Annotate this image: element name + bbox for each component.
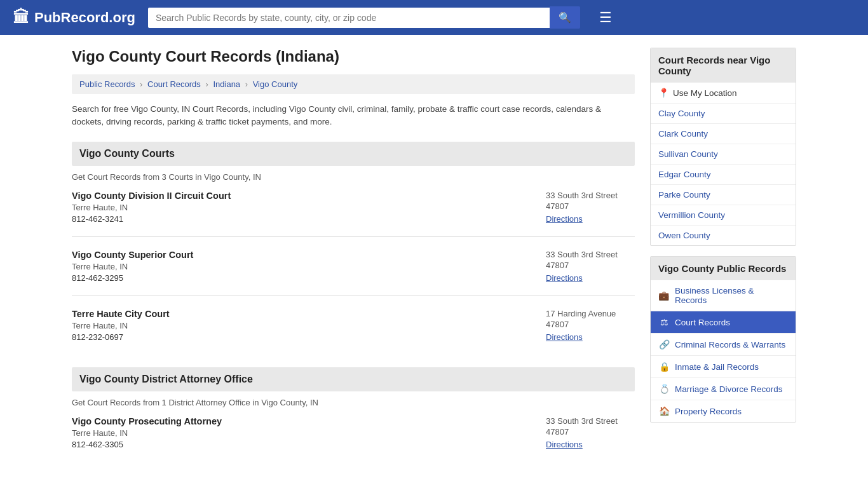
court-address: 33 South 3rd Street (546, 250, 635, 259)
directions-link[interactable]: Directions (546, 273, 583, 283)
nearby-county-link[interactable]: Owen County (651, 226, 796, 245)
courts-section-header: Vigo County Courts (72, 142, 635, 166)
pub-rec-label: Criminal Records & Warrants (675, 340, 785, 349)
courts-section-desc: Get Court Records from 3 Courts in Vigo … (72, 172, 635, 182)
logo-text: PubRecord.org (34, 10, 135, 26)
court-city: Terre Haute, IN (72, 262, 533, 271)
public-records-title: Vigo County Public Records (651, 257, 796, 280)
court-entry: Vigo County Superior Court Terre Haute, … (72, 250, 635, 296)
breadcrumb-sep-3: › (245, 79, 248, 89)
pub-rec-icon: 🏠 (658, 406, 670, 416)
court-address: 33 South 3rd Street (546, 191, 635, 200)
page-description: Search for free Vigo County, IN Court Re… (72, 103, 635, 129)
menu-icon: ☰ (599, 10, 612, 25)
court-right: 33 South 3rd Street 47807 Directions (533, 250, 635, 283)
pub-rec-item[interactable]: 🔗Criminal Records & Warrants (651, 334, 796, 356)
nearby-county-link[interactable]: Sullivan County (651, 144, 796, 165)
courts-list: Vigo County Division II Circuit Court Te… (72, 191, 635, 355)
page-title: Vigo County Court Records (Indiana) (72, 48, 635, 65)
nearby-county-link[interactable]: Clark County (651, 124, 796, 144)
court-left: Vigo County Division II Circuit Court Te… (72, 191, 533, 224)
court-name: Vigo County Prosecuting Attorney (72, 416, 533, 426)
court-name: Vigo County Superior Court (72, 250, 533, 260)
pub-rec-item[interactable]: 💍Marriage & Divorce Records (651, 378, 796, 400)
da-section-desc: Get Court Records from 1 District Attorn… (72, 398, 635, 407)
court-name: Vigo County Division II Circuit Court (72, 191, 533, 201)
court-phone: 812-462-3241 (72, 214, 533, 224)
header: 🏛 PubRecord.org 🔍 ☰ (0, 0, 868, 35)
court-address: 17 Harding Avenue (546, 309, 635, 318)
location-icon: 📍 (658, 88, 669, 98)
court-phone: 812-232-0697 (72, 332, 533, 342)
court-entry: Vigo County Division II Circuit Court Te… (72, 191, 635, 237)
court-right: 17 Harding Avenue 47807 Directions (533, 309, 635, 342)
pub-rec-item[interactable]: ⚖Court Records (651, 311, 796, 334)
pub-rec-icon: ⚖ (658, 317, 670, 327)
pub-rec-label: Property Records (675, 407, 742, 416)
sidebar: Court Records near Vigo County 📍 Use My … (650, 48, 796, 475)
nearby-counties-list: Clay CountyClark CountySullivan CountyEd… (651, 104, 796, 245)
court-address: 33 South 3rd Street (546, 416, 635, 426)
directions-link[interactable]: Directions (546, 214, 583, 224)
court-left: Terre Haute City Court Terre Haute, IN 8… (72, 309, 533, 342)
search-area: 🔍 (148, 6, 580, 29)
court-city: Terre Haute, IN (72, 321, 533, 330)
court-entry: Vigo County Prosecuting Attorney Terre H… (72, 416, 635, 462)
logo[interactable]: 🏛 PubRecord.org (13, 8, 135, 27)
pub-rec-label: Marriage & Divorce Records (675, 384, 783, 394)
directions-link[interactable]: Directions (546, 440, 583, 449)
directions-link[interactable]: Directions (546, 332, 583, 342)
pub-rec-icon: 💍 (658, 384, 670, 394)
pub-rec-label: Court Records (675, 318, 730, 327)
court-zip: 47807 (546, 427, 635, 437)
use-location-label: Use My Location (673, 88, 737, 98)
pub-rec-item[interactable]: 💼Business Licenses & Records (651, 280, 796, 311)
search-icon: 🔍 (559, 12, 571, 23)
nearby-title: Court Records near Vigo County (651, 48, 796, 83)
pub-rec-item[interactable]: 🏠Property Records (651, 400, 796, 422)
main-content: Vigo County Court Records (Indiana) Publ… (72, 48, 635, 475)
pub-rec-icon: 🔒 (658, 362, 670, 372)
court-city: Terre Haute, IN (72, 428, 533, 438)
court-left: Vigo County Superior Court Terre Haute, … (72, 250, 533, 283)
use-location-link[interactable]: 📍 Use My Location (651, 83, 796, 104)
search-button[interactable]: 🔍 (550, 6, 580, 29)
breadcrumb-indiana[interactable]: Indiana (213, 79, 240, 89)
court-phone: 812-462-3295 (72, 273, 533, 283)
court-entry: Terre Haute City Court Terre Haute, IN 8… (72, 309, 635, 355)
court-zip: 47807 (546, 201, 635, 211)
breadcrumb: Public Records › Court Records › Indiana… (72, 74, 635, 94)
court-zip: 47807 (546, 261, 635, 270)
breadcrumb-vigo-county[interactable]: Vigo County (253, 79, 298, 89)
menu-button[interactable]: ☰ (599, 10, 612, 26)
breadcrumb-sep-1: › (140, 79, 142, 89)
public-records-section: Vigo County Public Records 💼Business Lic… (650, 256, 796, 423)
court-phone: 812-462-3305 (72, 440, 533, 449)
pub-rec-label: Business Licenses & Records (675, 286, 788, 305)
pub-rec-item[interactable]: 🔒Inmate & Jail Records (651, 356, 796, 378)
pub-rec-label: Inmate & Jail Records (675, 362, 759, 372)
court-right: 33 South 3rd Street 47807 Directions (533, 416, 635, 449)
search-input[interactable] (148, 8, 550, 28)
court-left: Vigo County Prosecuting Attorney Terre H… (72, 416, 533, 449)
court-city: Terre Haute, IN (72, 203, 533, 212)
breadcrumb-public-records[interactable]: Public Records (79, 79, 135, 89)
pub-rec-icon: 🔗 (658, 339, 670, 349)
da-section-header: Vigo County District Attorney Office (72, 367, 635, 391)
public-records-list: 💼Business Licenses & Records⚖Court Recor… (651, 280, 796, 422)
breadcrumb-court-records[interactable]: Court Records (147, 79, 201, 89)
da-list: Vigo County Prosecuting Attorney Terre H… (72, 416, 635, 462)
court-name: Terre Haute City Court (72, 309, 533, 319)
nearby-county-link[interactable]: Clay County (651, 104, 796, 124)
nearby-county-link[interactable]: Vermillion County (651, 205, 796, 226)
court-zip: 47807 (546, 320, 635, 329)
nearby-county-link[interactable]: Edgar County (651, 165, 796, 185)
nearby-county-link[interactable]: Parke County (651, 185, 796, 205)
nearby-section: Court Records near Vigo County 📍 Use My … (650, 48, 796, 246)
logo-icon: 🏛 (13, 8, 29, 27)
court-right: 33 South 3rd Street 47807 Directions (533, 191, 635, 224)
pub-rec-icon: 💼 (658, 290, 670, 301)
breadcrumb-sep-2: › (205, 79, 208, 89)
